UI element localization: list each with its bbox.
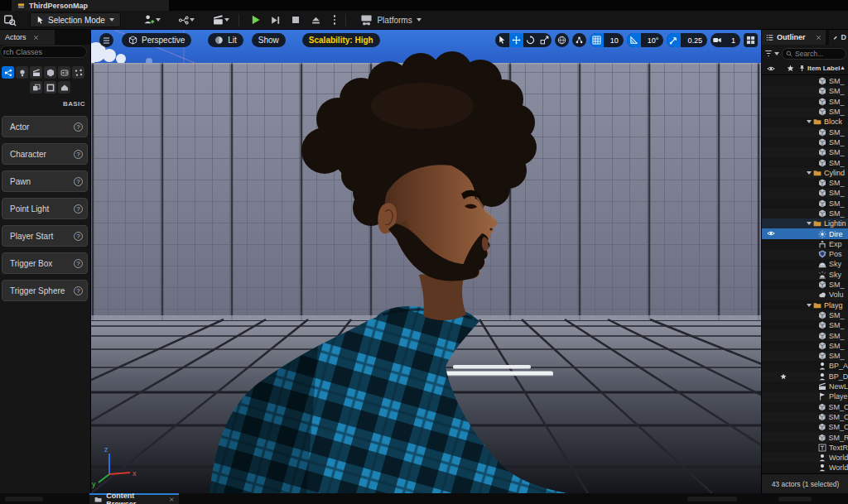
outliner-row[interactable]: SM_C [762, 422, 848, 432]
close-icon[interactable] [169, 497, 174, 502]
category-brushes-button[interactable] [58, 81, 70, 94]
outliner-row[interactable]: SM_R [762, 432, 848, 442]
help-icon[interactable]: ? [74, 259, 83, 268]
outliner-row[interactable]: SM_ [762, 107, 848, 117]
rotation-snap-value[interactable]: 10° [645, 36, 664, 45]
outliner-row[interactable]: SM_ [762, 76, 848, 86]
outliner-row[interactable]: Lightin [762, 218, 848, 228]
category-visual-effects-button[interactable] [58, 66, 70, 79]
blueprints-button[interactable] [176, 12, 197, 27]
3d-viewport-canvas[interactable]: z x y [91, 30, 761, 493]
stop-button[interactable] [288, 12, 303, 27]
outliner-row[interactable]: Cylind [762, 168, 848, 178]
outliner-row[interactable]: SM_ [762, 147, 848, 157]
3d-viewport[interactable]: z x y Perspective Lit Show Scalabi [91, 30, 761, 493]
visibility-eye-icon[interactable] [767, 229, 775, 238]
category-all-classes-button[interactable] [2, 66, 14, 79]
outliner-row[interactable]: Exp [762, 239, 848, 249]
outliner-row[interactable]: SM_ [762, 330, 848, 340]
outliner-row[interactable]: World [762, 453, 848, 463]
content-browser-tab[interactable]: Content Browser [89, 493, 179, 504]
close-icon[interactable] [33, 35, 39, 41]
skip-frame-button[interactable] [267, 12, 283, 27]
actor-class-search[interactable] [0, 46, 87, 58]
outliner-row[interactable]: SM_ [762, 178, 848, 188]
outliner-row[interactable]: SM_ [762, 127, 848, 137]
outliner-row[interactable]: SM_C [762, 412, 848, 422]
outliner-row[interactable]: SM_ [762, 157, 848, 167]
search-classes-input[interactable] [0, 46, 87, 58]
eject-button[interactable] [308, 12, 324, 27]
outliner-row[interactable]: SM_ [762, 209, 848, 218]
outliner-search[interactable] [782, 48, 846, 60]
world-coordinate-button[interactable] [555, 33, 569, 47]
outliner-row[interactable]: Volu [762, 290, 848, 300]
outliner-row[interactable]: SM_ [762, 320, 848, 330]
actor-item-point-light[interactable]: Point Light? [2, 198, 88, 219]
outliner-row[interactable]: BP_D [762, 372, 848, 382]
item-label-header[interactable]: Item Label [807, 65, 841, 72]
actor-item-actor[interactable]: Actor? [2, 116, 88, 137]
play-button[interactable] [248, 12, 264, 27]
outliner-row[interactable]: SM_ [762, 310, 848, 320]
perspective-dropdown[interactable]: Perspective [122, 33, 191, 47]
camera-speed-value[interactable]: 1 [729, 36, 740, 45]
camera-speed-icon[interactable] [711, 33, 725, 47]
outliner-search-input[interactable] [795, 50, 835, 58]
viewport-options-button[interactable] [99, 33, 113, 47]
help-icon[interactable]: ? [74, 150, 83, 159]
outliner-row[interactable]: Block [762, 117, 848, 127]
category-misc-button[interactable] [72, 66, 84, 79]
category-lights-button[interactable] [16, 66, 28, 79]
favorites-column-star-icon[interactable] [787, 65, 794, 72]
viewport-layout-button[interactable] [744, 33, 758, 47]
outliner-row[interactable]: World [762, 463, 848, 473]
outliner-row[interactable]: Playg [762, 300, 848, 310]
scale-snap-toggle[interactable] [667, 33, 681, 47]
grid-snap-value[interactable]: 10 [608, 36, 624, 45]
outliner-row[interactable]: SM_C [762, 402, 848, 412]
expand-caret-icon[interactable] [807, 171, 812, 175]
outliner-row[interactable]: SM_ [762, 86, 848, 96]
grid-snap-toggle[interactable] [590, 33, 604, 47]
scale-tool-button[interactable] [537, 33, 552, 47]
cinematics-button[interactable] [210, 12, 232, 27]
lit-mode-dropdown[interactable]: Lit [208, 33, 243, 47]
outliner-row[interactable]: Sky [762, 270, 848, 280]
selection-mode-dropdown[interactable]: Selection Mode [30, 12, 121, 27]
pin-column-icon[interactable] [798, 65, 806, 72]
help-icon[interactable]: ? [74, 177, 83, 186]
scale-snap-value[interactable]: 0.25 [685, 36, 707, 45]
actor-item-pawn[interactable]: Pawn? [2, 170, 88, 192]
outliner-row[interactable]: SM_ [762, 280, 848, 290]
category-volumes-button[interactable] [44, 81, 56, 94]
expand-caret-icon[interactable] [807, 120, 812, 123]
outliner-row[interactable]: Pos [762, 249, 848, 259]
outliner-row[interactable]: SM_ [762, 188, 848, 198]
filter-button[interactable] [764, 50, 779, 57]
editor-modes-icon[interactable] [2, 12, 19, 27]
help-icon[interactable]: ? [74, 204, 83, 214]
tab-outliner[interactable]: Outliner [762, 30, 826, 45]
category-geometry-button[interactable] [30, 81, 42, 94]
help-icon[interactable]: ? [74, 286, 83, 295]
expand-caret-icon[interactable] [807, 304, 812, 307]
favorite-star-icon[interactable] [780, 373, 787, 380]
outliner-row[interactable]: SM_ [762, 351, 848, 361]
visibility-column-eye-icon[interactable] [767, 65, 775, 73]
play-options-kebab[interactable] [330, 15, 340, 25]
outliner-row[interactable]: TextR [762, 443, 848, 453]
actor-item-player-start[interactable]: Player Start? [2, 225, 88, 247]
help-icon[interactable]: ? [74, 122, 83, 132]
expand-caret-icon[interactable] [807, 222, 812, 225]
outliner-row[interactable]: Sky [762, 259, 848, 269]
outliner-column-header[interactable]: Item Label ▲ [762, 63, 848, 75]
category-cinematics-button[interactable] [30, 66, 42, 79]
outliner-row[interactable]: BP_A [762, 361, 848, 371]
rotate-tool-button[interactable] [523, 33, 537, 47]
rotation-snap-toggle[interactable] [627, 33, 641, 47]
outliner-row[interactable]: SM_ [762, 97, 848, 107]
close-icon[interactable] [816, 35, 822, 41]
help-icon[interactable]: ? [74, 232, 83, 241]
actor-item-character[interactable]: Character? [2, 143, 88, 165]
